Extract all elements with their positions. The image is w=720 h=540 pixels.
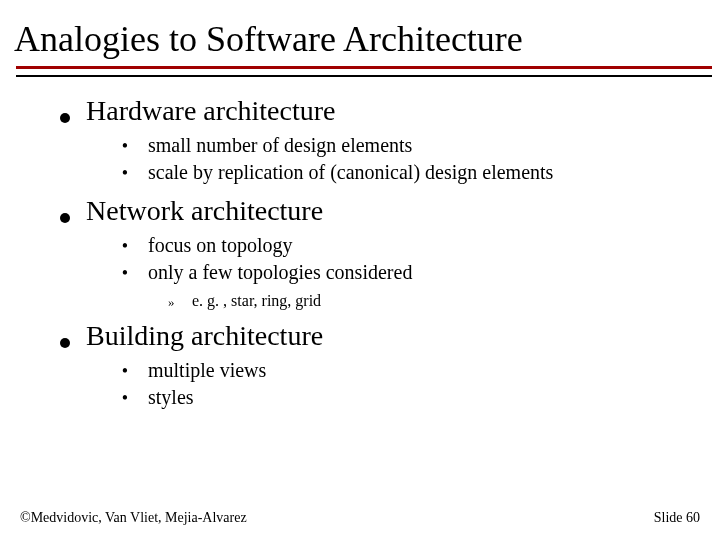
lvl1-text: Building architecture (86, 320, 323, 352)
lvl2-text: only a few topologies considered (148, 260, 412, 285)
dot-icon (60, 338, 70, 348)
bullet-icon: • (120, 237, 130, 255)
lvl2-list: • multiple views • styles (120, 358, 710, 410)
bullet-icon: • (120, 137, 130, 155)
bullet-icon: • (120, 389, 130, 407)
slide-title: Analogies to Software Architecture (14, 20, 710, 60)
footer-right: Slide 60 (654, 510, 700, 526)
lvl1-text: Network architecture (86, 195, 323, 227)
bullet-icon: • (120, 164, 130, 182)
bullet-lvl2: • only a few topologies considered (120, 260, 710, 285)
lvl2-text: focus on topology (148, 233, 292, 258)
bullet-lvl2: • styles (120, 385, 710, 410)
lvl3-text: e. g. , star, ring, grid (192, 291, 321, 310)
bullet-lvl1: Building architecture (60, 320, 710, 352)
lvl2-text: small number of design elements (148, 133, 412, 158)
lvl3-list: » e. g. , star, ring, grid (168, 291, 710, 310)
bullet-lvl1: Hardware architecture (60, 95, 710, 127)
title-area: Analogies to Software Architecture (0, 0, 720, 77)
lvl2-text: scale by replication of (canonical) desi… (148, 160, 553, 185)
bullet-lvl3: » e. g. , star, ring, grid (168, 291, 710, 310)
slide-body: Hardware architecture • small number of … (0, 77, 720, 411)
title-underline (16, 66, 710, 77)
lvl2-list: • focus on topology • only a few topolog… (120, 233, 710, 285)
lvl2-text: multiple views (148, 358, 266, 383)
dot-icon (60, 213, 70, 223)
bullet-lvl2: • multiple views (120, 358, 710, 383)
lvl2-list: • small number of design elements • scal… (120, 133, 710, 185)
bullet-lvl1: Network architecture (60, 195, 710, 227)
bullet-icon: • (120, 264, 130, 282)
footer-left: ©Medvidovic, Van Vliet, Mejia-Alvarez (20, 510, 247, 526)
bullet-lvl2: • focus on topology (120, 233, 710, 258)
footer: ©Medvidovic, Van Vliet, Mejia-Alvarez Sl… (20, 510, 700, 526)
slide: Analogies to Software Architecture Hardw… (0, 0, 720, 540)
lvl2-text: styles (148, 385, 194, 410)
rule-red (16, 66, 712, 69)
bullet-icon: • (120, 362, 130, 380)
dot-icon (60, 113, 70, 123)
lvl1-text: Hardware architecture (86, 95, 336, 127)
bullet-lvl2: • scale by replication of (canonical) de… (120, 160, 710, 185)
bullet-lvl2: • small number of design elements (120, 133, 710, 158)
chevron-icon: » (168, 295, 180, 308)
